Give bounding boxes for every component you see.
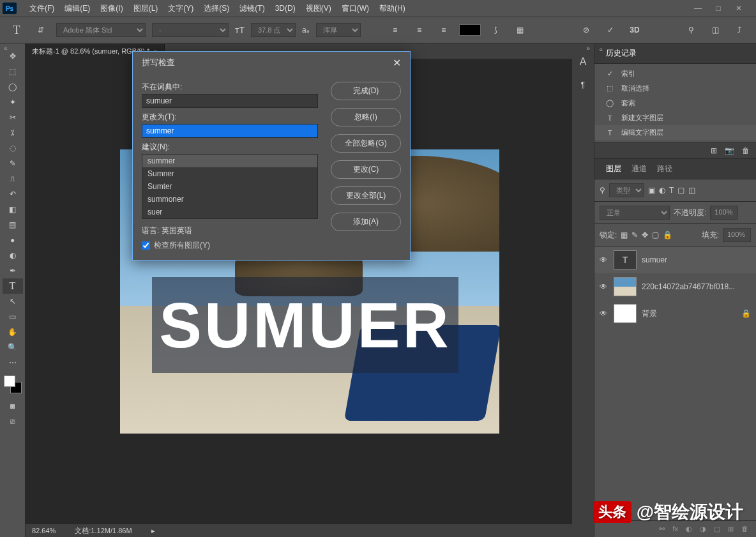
panels-collapse-icon[interactable]: « — [599, 46, 603, 53]
lock-paint-icon[interactable]: ✎ — [631, 231, 638, 239]
brush-tool[interactable]: ✎ — [3, 156, 23, 171]
group-icon[interactable]: ▢ — [714, 525, 720, 533]
change-to-input[interactable] — [142, 124, 318, 138]
menu-help[interactable]: 帮助(H) — [374, 1, 411, 17]
filter-kind-icon[interactable]: ⚲ — [600, 186, 605, 195]
maximize-button[interactable]: □ — [714, 4, 723, 13]
menu-filter[interactable]: 滤镜(T) — [234, 1, 269, 17]
dialog-close-icon[interactable]: ✕ — [393, 57, 401, 69]
menu-type[interactable]: 文字(Y) — [163, 1, 199, 17]
font-weight-select[interactable]: - — [152, 23, 229, 37]
check-all-input[interactable] — [142, 241, 150, 250]
fill-value[interactable]: 100% — [723, 228, 751, 242]
trash-icon[interactable]: 🗑 — [742, 146, 750, 155]
channels-tab[interactable]: 通道 — [626, 162, 652, 176]
type-tool-icon[interactable]: T — [8, 21, 26, 39]
history-item[interactable]: ⬚取消选择 — [594, 81, 756, 96]
menu-edit[interactable]: 编辑(E) — [59, 1, 95, 17]
history-tab[interactable]: 历史记录 — [601, 47, 642, 60]
align-center-icon[interactable]: ≡ — [411, 21, 428, 39]
history-item[interactable]: T新建文字图层 — [594, 110, 756, 125]
marquee-tool[interactable]: ⬚ — [3, 64, 23, 79]
screenmode-tool[interactable]: ⎚ — [3, 414, 23, 429]
path-select-tool[interactable]: ↖ — [3, 294, 23, 309]
paths-tab[interactable]: 路径 — [652, 162, 677, 176]
dodge-tool[interactable]: ◐ — [3, 248, 23, 263]
filter-smart-icon[interactable]: ◫ — [688, 186, 695, 195]
filter-adjust-icon[interactable]: ◐ — [659, 186, 665, 195]
ignore-button[interactable]: 忽略(I) — [331, 108, 401, 126]
character-panel-icon[interactable]: A — [580, 56, 587, 68]
align-left-icon[interactable]: ≡ — [386, 21, 404, 39]
crop-tool[interactable]: ✂ — [3, 110, 23, 125]
text-color-swatch[interactable] — [459, 24, 481, 36]
lasso-tool[interactable]: ◯ — [3, 79, 23, 95]
filter-kind-select[interactable]: 类型 — [609, 183, 644, 197]
check-all-layers-checkbox[interactable]: 检查所有图层(Y) — [142, 240, 318, 251]
adjust-icon[interactable]: ◑ — [700, 525, 706, 533]
history-brush-tool[interactable]: ↶ — [3, 186, 23, 202]
eraser-tool[interactable]: ◧ — [3, 202, 23, 217]
healing-tool[interactable]: ◌ — [3, 140, 23, 156]
visibility-icon[interactable]: 👁 — [600, 255, 609, 264]
layer-row[interactable]: 👁 T sumuer — [594, 246, 756, 273]
blend-mode-select[interactable]: 正常 — [600, 206, 670, 220]
layer-name[interactable]: sumuer — [642, 255, 667, 264]
lock-artboard-icon[interactable]: ▢ — [652, 231, 659, 239]
paragraph-panel-icon[interactable]: ¶ — [581, 80, 585, 89]
magic-wand-tool[interactable]: ✦ — [3, 95, 23, 110]
status-chevron-icon[interactable]: ▸ — [151, 527, 155, 535]
layer-thumbnail[interactable] — [614, 277, 637, 296]
share-icon[interactable]: ⤴ — [730, 21, 748, 39]
menu-layer[interactable]: 图层(L) — [128, 1, 163, 17]
suggestion-item[interactable]: summary — [142, 218, 317, 219]
minimize-button[interactable]: — — [693, 4, 702, 13]
font-family-select[interactable]: Adobe 黑体 Std — [56, 23, 146, 37]
close-button[interactable]: ✕ — [734, 4, 743, 13]
workspace-icon[interactable]: ◫ — [706, 21, 724, 39]
done-button[interactable]: 完成(D) — [331, 82, 401, 100]
layer-name[interactable]: 220c14072ab74677bf018... — [642, 282, 735, 291]
strip-collapse-icon[interactable]: » — [586, 45, 590, 52]
fx-icon[interactable]: fx — [672, 525, 678, 533]
ignore-all-button[interactable]: 全部忽略(G) — [331, 134, 401, 153]
delete-icon[interactable]: 🗑 — [741, 525, 748, 533]
filter-type-icon[interactable]: T — [669, 186, 674, 195]
menu-window[interactable]: 窗口(W) — [336, 1, 374, 17]
type-tool[interactable]: T — [3, 278, 23, 294]
opacity-value[interactable]: 100% — [710, 206, 738, 220]
menu-file[interactable]: 文件(F) — [24, 1, 59, 17]
layer-thumbnail[interactable]: T — [614, 250, 637, 269]
filter-image-icon[interactable]: ▣ — [648, 186, 655, 195]
change-all-button[interactable]: 更改全部(L) — [331, 186, 401, 205]
link-icon[interactable]: ⚯ — [659, 525, 665, 533]
zoom-level[interactable]: 82.64% — [32, 527, 56, 534]
align-right-icon[interactable]: ≡ — [435, 21, 453, 39]
dialog-titlebar[interactable]: 拼写检查 ✕ — [133, 52, 410, 74]
suggestion-item[interactable]: Sumter — [142, 180, 317, 193]
suggestion-item[interactable]: Sumner — [142, 167, 317, 180]
history-item[interactable]: ◯套索 — [594, 96, 756, 110]
move-tool[interactable]: ✥ — [3, 49, 23, 64]
anti-alias-select[interactable]: 浑厚 — [316, 23, 361, 37]
layer-thumbnail[interactable] — [614, 304, 637, 323]
text-orientation-icon[interactable]: ⇵ — [32, 21, 50, 39]
blur-tool[interactable]: ● — [3, 232, 23, 248]
gradient-tool[interactable]: ▤ — [3, 217, 23, 232]
layer-row[interactable]: 👁 背景 🔒 — [594, 300, 756, 327]
menu-view[interactable]: 视图(V) — [301, 1, 336, 17]
eyedropper-tool[interactable]: ⁒ — [3, 125, 23, 140]
commit-icon[interactable]: ✓ — [601, 21, 619, 39]
menu-select[interactable]: 选择(S) — [199, 1, 234, 17]
pen-tool[interactable]: ✒ — [3, 263, 23, 278]
layer-name[interactable]: 背景 — [642, 308, 657, 319]
lock-all-icon[interactable]: 🔒 — [663, 231, 672, 239]
add-button[interactable]: 添加(A) — [331, 213, 401, 231]
history-item[interactable]: T编辑文字图层 — [594, 125, 756, 140]
warp-text-icon[interactable]: ⟆ — [487, 21, 505, 39]
layer-row[interactable]: 👁 220c14072ab74677bf018... — [594, 273, 756, 300]
rectangle-tool[interactable]: ▭ — [3, 309, 23, 324]
edit-toolbar[interactable]: ⋯ — [3, 355, 23, 370]
new-snapshot-icon[interactable]: ⊞ — [711, 146, 717, 155]
clone-tool[interactable]: ⎍ — [3, 171, 23, 186]
